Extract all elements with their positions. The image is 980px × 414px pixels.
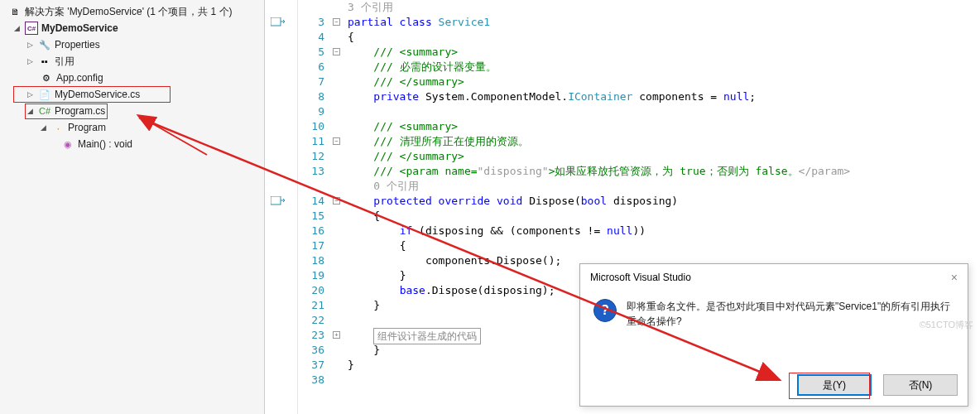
expand-icon[interactable]: ▷: [25, 57, 35, 65]
main-label: Main() : void: [78, 138, 132, 150]
servicefile-node[interactable]: ▷ 📄 MyDemoService.cs: [0, 86, 264, 103]
solution-title: 解决方案 'MyDemoService' (1 个项目，共 1 个): [25, 5, 233, 19]
csharp-project-icon: C#: [25, 22, 38, 35]
appconfig-node[interactable]: ⚙ App.config: [0, 70, 264, 86]
programclass-node[interactable]: ◢ ⬪ Program: [0, 119, 264, 136]
programclass-label: Program: [68, 122, 106, 133]
class-icon: ⬪: [51, 121, 65, 134]
no-button[interactable]: 否(N): [883, 374, 958, 396]
method-icon: ◉: [61, 137, 74, 151]
main-method-node[interactable]: ◉ Main() : void: [0, 136, 264, 152]
properties-node[interactable]: ▷ 🔧 Properties: [0, 36, 264, 53]
dialog-message: 即将重命名文件。是否也对此项目中对代码元素"Service1"的所有引用执行重命…: [627, 299, 954, 329]
codelens-marker-icon[interactable]: [270, 195, 286, 207]
expand-icon[interactable]: ◢: [38, 123, 48, 132]
appconfig-label: App.config: [56, 72, 103, 84]
yes-button[interactable]: 是(Y): [797, 374, 872, 396]
servicefile-label: MyDemoService.cs: [55, 89, 140, 100]
close-icon[interactable]: ×: [951, 271, 958, 284]
references-node[interactable]: ▷ ▪▪ 引用: [0, 53, 264, 70]
svg-rect-1: [271, 196, 281, 205]
svg-rect-0: [271, 17, 281, 26]
expand-icon[interactable]: ▷: [25, 41, 35, 49]
rename-dialog: Microsoft Visual Studio × ? 即将重命名文件。是否也对…: [579, 263, 968, 407]
expand-icon[interactable]: ◢: [25, 107, 35, 115]
solution-node[interactable]: 🗎 解决方案 'MyDemoService' (1 个项目，共 1 个): [0, 3, 264, 20]
solution-explorer[interactable]: 🗎 解决方案 'MyDemoService' (1 个项目，共 1 个) ◢ C…: [0, 0, 265, 414]
wrench-icon: 🔧: [38, 38, 51, 51]
fold-gutter[interactable]: − − − − +: [331, 0, 348, 414]
project-node[interactable]: ◢ C# MyDemoService: [0, 20, 264, 36]
dialog-title: Microsoft Visual Studio: [590, 272, 691, 283]
watermark: ©51CTO博客: [920, 319, 973, 331]
properties-label: Properties: [55, 39, 100, 51]
expand-icon[interactable]: ◢: [12, 24, 22, 32]
cs-file-icon: 📄: [38, 88, 51, 101]
references-label: 引用: [55, 55, 74, 69]
solution-icon: 🗎: [8, 5, 22, 18]
fold-toggle[interactable]: −: [333, 137, 340, 145]
programfile-label: Program.cs: [55, 105, 105, 117]
codelens-marker-icon[interactable]: [270, 17, 286, 28]
references-icon: ▪▪: [38, 55, 51, 68]
cs-file-icon: C#: [38, 104, 51, 118]
programfile-node[interactable]: ◢ C# Program.cs: [0, 103, 264, 119]
fold-toggle[interactable]: −: [333, 18, 340, 26]
expand-icon[interactable]: ▷: [25, 90, 35, 99]
question-icon: ?: [593, 299, 617, 322]
breakpoint-gutter[interactable]: [265, 0, 298, 414]
fold-toggle[interactable]: −: [333, 197, 340, 205]
fold-toggle[interactable]: −: [333, 48, 340, 55]
line-number-gutter: 3 4 5 6 7 8 9 10 11 12 13 14 15 16 17 18…: [298, 0, 331, 414]
collapsed-region[interactable]: 组件设计器生成的代码: [373, 328, 481, 344]
config-file-icon: ⚙: [40, 71, 53, 84]
project-label: MyDemoService: [41, 22, 118, 34]
fold-toggle[interactable]: +: [333, 331, 340, 339]
